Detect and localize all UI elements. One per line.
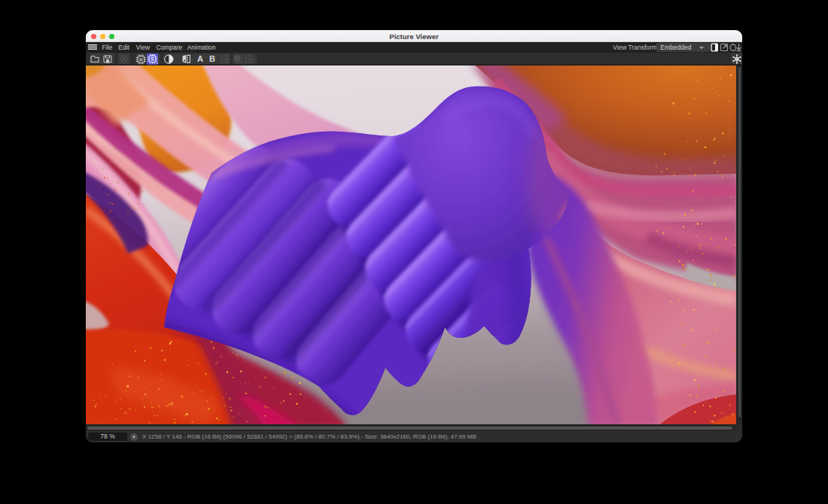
svg-text:A: A (197, 54, 203, 63)
svg-text:B: B (209, 54, 215, 63)
